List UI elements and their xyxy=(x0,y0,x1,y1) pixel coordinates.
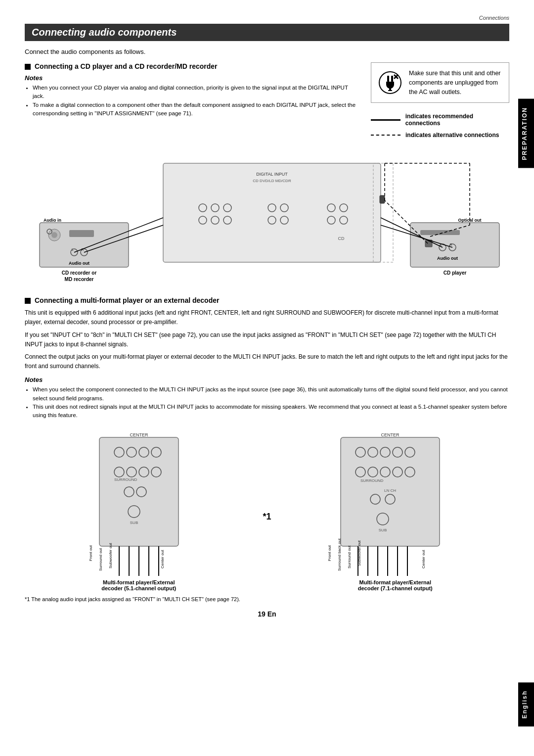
bullet-icon xyxy=(25,64,31,70)
preparation-tab-label: PREPARATION xyxy=(518,99,534,168)
asterisk-label: *1 xyxy=(263,512,271,522)
svg-text:MD recorder: MD recorder xyxy=(65,277,94,282)
svg-text:CD: CD xyxy=(338,236,345,241)
svg-text:Surround out: Surround out xyxy=(347,545,352,568)
svg-text:L: L xyxy=(72,248,74,251)
left-diagram-caption: Multi-format player/Externaldecoder (5.1… xyxy=(25,579,253,591)
svg-text:DIGITAL INPUT: DIGITAL INPUT xyxy=(256,172,288,177)
footnote: *1 The analog audio input jacks assigned… xyxy=(25,596,509,602)
side-tab-preparation: PREPARATION xyxy=(518,99,534,168)
svg-text:Subwoofer out: Subwoofer out xyxy=(108,543,113,568)
multi-bullet-icon xyxy=(25,298,31,304)
svg-text:Surround back out: Surround back out xyxy=(337,538,342,571)
multi-notes: Notes When you select the component conn… xyxy=(25,376,509,420)
notes-header: Notes xyxy=(25,74,361,82)
svg-text:Audio out: Audio out xyxy=(69,261,89,266)
svg-text:CENTER: CENTER xyxy=(381,432,400,437)
svg-text:R: R xyxy=(449,243,452,246)
svg-text:Center out: Center out xyxy=(421,550,426,568)
cd-diagram-svg: DIGITAL INPUT CD DVD/LD MD/CDR CD xyxy=(25,148,509,287)
warning-text: Make sure that this unit and other compo… xyxy=(409,69,502,96)
legend-box: indicates recommended connections indica… xyxy=(371,113,509,139)
bottom-diagrams: CENTER SURROUND SUB xyxy=(25,427,509,591)
section-title-bar: Connecting audio components xyxy=(25,24,509,41)
right-diagram-svg: CENTER SURROUND LN CH SUB xyxy=(326,427,464,576)
right-diagram-caption: Multi-format player/Externaldecoder (7.1… xyxy=(281,579,510,591)
svg-text:Surround out: Surround out xyxy=(98,548,103,571)
page-number: 19 En xyxy=(25,610,509,618)
cd-diagram: DIGITAL INPUT CD DVD/LD MD/CDR CD xyxy=(25,148,509,288)
multi-note-1: When you select the component connected … xyxy=(33,385,509,403)
legend-alternative: indicates alternative connections xyxy=(371,132,509,139)
legend-recommended: indicates recommended connections xyxy=(371,113,509,127)
right-diagram-block: CENTER SURROUND LN CH SUB xyxy=(281,427,510,591)
svg-text:CD DVD/LD MD/CDR: CD DVD/LD MD/CDR xyxy=(253,179,291,183)
svg-rect-1 xyxy=(387,76,389,82)
cd-section-heading: Connecting a CD player and a CD recorder… xyxy=(25,62,361,70)
svg-text:CENTER: CENTER xyxy=(130,432,148,437)
dashed-line-icon xyxy=(371,135,400,136)
multi-section-heading: Connecting a multi-format player or an e… xyxy=(25,296,509,304)
multi-heading-text: Connecting a multi-format player or an e… xyxy=(35,296,219,304)
multi-body-3: Connect the output jacks on your multi-f… xyxy=(25,352,509,371)
svg-rect-2 xyxy=(391,76,393,82)
svg-rect-30 xyxy=(69,230,94,237)
left-diagram-block: CENTER SURROUND SUB xyxy=(25,427,253,591)
recommended-label: indicates recommended connections xyxy=(405,113,509,127)
solid-line-icon xyxy=(371,119,400,121)
svg-text:Center out: Center out xyxy=(160,550,165,568)
warning-box: Make sure that this unit and other compo… xyxy=(371,62,509,103)
svg-text:SURROUND: SURROUND xyxy=(360,478,383,483)
multi-notes-header: Notes xyxy=(25,376,509,383)
multi-body-1: This unit is equipped with 6 additional … xyxy=(25,308,509,327)
page-title: Connecting audio components xyxy=(32,27,502,38)
cd-note-2: To make a digital connection to a compon… xyxy=(33,101,361,118)
section-label: Connections xyxy=(479,15,509,21)
svg-text:Front out: Front out xyxy=(327,545,332,562)
side-tab-english: English xyxy=(518,682,534,726)
svg-text:SURROUND: SURROUND xyxy=(114,477,137,482)
svg-text:Audio in: Audio in xyxy=(44,218,61,223)
cd-heading-text: Connecting a CD player and a CD recorder… xyxy=(35,62,218,70)
multi-note-2: This unit does not redirect signals inpu… xyxy=(33,403,509,420)
intro-text: Connect the audio components as follows. xyxy=(25,48,509,55)
svg-point-29 xyxy=(51,232,57,238)
svg-text:Audio out: Audio out xyxy=(437,256,458,261)
cd-notes-list: When you connect your CD player via anal… xyxy=(25,84,361,118)
svg-text:Front out: Front out xyxy=(89,545,93,562)
svg-rect-25 xyxy=(380,195,385,203)
multi-body-2: If you set "INPUT CH" to "8ch" in "MULTI… xyxy=(25,331,509,349)
svg-text:Subwoofer out: Subwoofer out xyxy=(357,540,361,566)
svg-text:LN CH: LN CH xyxy=(384,488,396,493)
svg-text:SUB: SUB xyxy=(130,520,138,525)
left-diagram-svg: CENTER SURROUND SUB xyxy=(85,427,193,576)
svg-text:CD recorder or: CD recorder or xyxy=(62,270,97,276)
cd-notes: Notes When you connect your CD player vi… xyxy=(25,74,361,118)
multi-notes-list: When you select the component connected … xyxy=(25,385,509,420)
cd-note-1: When you connect your CD player via anal… xyxy=(33,84,361,101)
svg-rect-43 xyxy=(420,230,460,235)
svg-rect-7 xyxy=(163,163,381,262)
svg-text:SUB: SUB xyxy=(379,528,387,532)
svg-text:CD player: CD player xyxy=(444,270,467,276)
plug-icon xyxy=(378,71,402,94)
alternative-label: indicates alternative connections xyxy=(405,132,499,139)
